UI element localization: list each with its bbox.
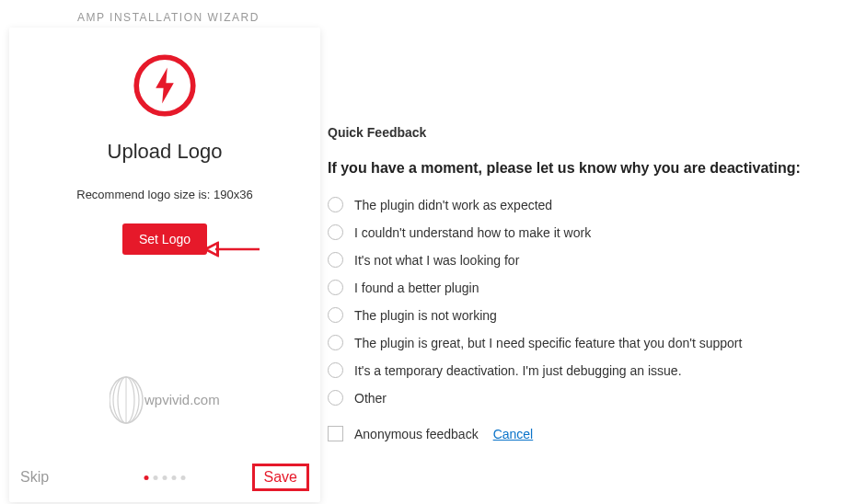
step-dot-5[interactable] xyxy=(181,475,186,480)
radio-icon[interactable] xyxy=(328,224,343,240)
option-label: The plugin didn't work as expected xyxy=(354,198,552,212)
radio-icon[interactable] xyxy=(328,362,343,378)
feedback-option[interactable]: I couldn't understand how to make it wor… xyxy=(328,224,843,240)
feedback-option[interactable]: Other xyxy=(328,390,843,406)
option-label: The plugin is not working xyxy=(354,308,497,323)
wizard-header-label: AMP INSTALLATION WIZARD xyxy=(77,11,260,24)
radio-icon[interactable] xyxy=(328,197,343,212)
radio-icon[interactable] xyxy=(328,307,343,323)
anonymous-label: Anonymous feedback xyxy=(354,427,479,441)
skip-button[interactable]: Skip xyxy=(20,469,49,486)
arrow-annotation-icon xyxy=(204,241,261,261)
option-label: Other xyxy=(354,391,387,406)
set-logo-button[interactable]: Set Logo xyxy=(122,223,207,255)
feedback-header: Quick Feedback xyxy=(328,125,843,140)
save-highlight-box: Save xyxy=(252,464,309,491)
step-dot-4[interactable] xyxy=(172,475,177,480)
recommend-size-text: Recommend logo size is: 190x36 xyxy=(76,188,253,201)
wizard-footer: Skip Save xyxy=(9,464,320,491)
step-dot-3[interactable] xyxy=(163,475,167,480)
feedback-option[interactable]: The plugin didn't work as expected xyxy=(328,197,843,212)
radio-icon[interactable] xyxy=(328,280,343,295)
option-label: I couldn't understand how to make it wor… xyxy=(354,225,591,240)
feedback-panel: Quick Feedback If you have a moment, ple… xyxy=(328,125,843,441)
feedback-option[interactable]: The plugin is not working xyxy=(328,307,843,323)
logo-preview-text: wpvivid.com xyxy=(144,392,220,407)
step-dot-1[interactable] xyxy=(144,475,149,480)
radio-icon[interactable] xyxy=(328,252,343,268)
cancel-link[interactable]: Cancel xyxy=(493,427,534,441)
feedback-option[interactable]: It's a temporary deactivation. I'm just … xyxy=(328,362,843,378)
option-label: The plugin is great, but I need specific… xyxy=(354,336,742,350)
anonymous-checkbox[interactable] xyxy=(328,426,343,441)
radio-icon[interactable] xyxy=(328,390,343,406)
amp-logo-icon xyxy=(133,53,197,118)
upload-logo-title: Upload Logo xyxy=(108,140,223,164)
option-label: It's a temporary deactivation. I'm just … xyxy=(354,363,682,378)
wizard-card: Upload Logo Recommend logo size is: 190x… xyxy=(9,28,320,502)
radio-icon[interactable] xyxy=(328,335,343,350)
feedback-question: If you have a moment, please let us know… xyxy=(328,160,843,177)
feedback-option[interactable]: The plugin is great, but I need specific… xyxy=(328,335,843,350)
feedback-option[interactable]: It's not what I was looking for xyxy=(328,252,843,268)
logo-preview: wpvivid.com xyxy=(110,377,220,423)
anonymous-feedback-row: Anonymous feedback Cancel xyxy=(328,426,843,441)
feedback-option[interactable]: I found a better plugin xyxy=(328,280,843,295)
save-button[interactable]: Save xyxy=(264,469,297,485)
step-dots xyxy=(144,475,186,480)
step-dot-2[interactable] xyxy=(154,475,158,480)
option-label: It's not what I was looking for xyxy=(354,253,519,268)
option-label: I found a better plugin xyxy=(354,281,479,295)
